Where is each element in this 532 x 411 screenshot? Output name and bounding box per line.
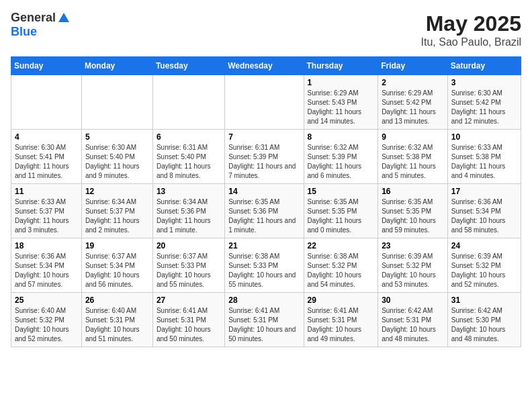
day-number: 21 <box>228 241 300 250</box>
day-number: 5 <box>85 132 149 142</box>
day-info: Sunrise: 6:38 AM Sunset: 5:33 PM Dayligh… <box>228 252 300 289</box>
calendar-cell: 20Sunrise: 6:37 AM Sunset: 5:33 PM Dayli… <box>152 238 224 293</box>
page-title: May 2025 <box>421 11 521 36</box>
day-info: Sunrise: 6:33 AM Sunset: 5:37 PM Dayligh… <box>15 197 78 235</box>
day-info: Sunrise: 6:37 AM Sunset: 5:33 PM Dayligh… <box>157 252 221 289</box>
calendar-cell: 23Sunrise: 6:39 AM Sunset: 5:32 PM Dayli… <box>378 238 448 293</box>
calendar-cell: 25Sunrise: 6:40 AM Sunset: 5:32 PM Dayli… <box>11 293 82 347</box>
calendar-cell: 26Sunrise: 6:40 AM Sunset: 5:31 PM Dayli… <box>81 293 152 347</box>
calendar-cell: 7Sunrise: 6:31 AM Sunset: 5:39 PM Daylig… <box>225 130 304 184</box>
day-info: Sunrise: 6:39 AM Sunset: 5:32 PM Dayligh… <box>451 252 517 289</box>
calendar-cell: 31Sunrise: 6:42 AM Sunset: 5:30 PM Dayli… <box>447 293 521 347</box>
page-header: General Blue May 2025 Itu, Sao Paulo, Br… <box>11 11 521 48</box>
calendar-cell <box>11 75 82 130</box>
header-day-monday: Monday <box>81 57 152 75</box>
day-number: 12 <box>85 187 149 196</box>
header-day-thursday: Thursday <box>304 57 378 75</box>
week-row-2: 4Sunrise: 6:30 AM Sunset: 5:41 PM Daylig… <box>11 130 521 184</box>
day-info: Sunrise: 6:30 AM Sunset: 5:41 PM Dayligh… <box>15 143 78 181</box>
day-number: 1 <box>308 78 375 87</box>
calendar-cell: 17Sunrise: 6:36 AM Sunset: 5:34 PM Dayli… <box>447 184 521 238</box>
day-number: 31 <box>451 295 517 305</box>
day-number: 20 <box>157 241 221 250</box>
day-info: Sunrise: 6:31 AM Sunset: 5:40 PM Dayligh… <box>157 143 221 181</box>
day-info: Sunrise: 6:29 AM Sunset: 5:43 PM Dayligh… <box>308 89 375 126</box>
day-info: Sunrise: 6:38 AM Sunset: 5:32 PM Dayligh… <box>308 252 375 289</box>
day-number: 22 <box>308 241 375 250</box>
day-number: 18 <box>15 241 78 250</box>
day-info: Sunrise: 6:41 AM Sunset: 5:31 PM Dayligh… <box>228 306 300 344</box>
calendar-cell: 14Sunrise: 6:35 AM Sunset: 5:36 PM Dayli… <box>225 184 304 238</box>
logo-arrow-icon <box>57 11 71 25</box>
day-info: Sunrise: 6:39 AM Sunset: 5:32 PM Dayligh… <box>382 252 444 289</box>
day-number: 16 <box>382 187 444 196</box>
day-number: 10 <box>451 132 517 142</box>
day-info: Sunrise: 6:36 AM Sunset: 5:34 PM Dayligh… <box>451 197 517 235</box>
calendar-cell: 5Sunrise: 6:30 AM Sunset: 5:40 PM Daylig… <box>81 130 152 184</box>
day-number: 7 <box>228 132 300 142</box>
logo-text-blue: Blue <box>11 25 37 39</box>
calendar-cell <box>152 75 224 130</box>
day-number: 27 <box>157 295 221 305</box>
day-info: Sunrise: 6:35 AM Sunset: 5:36 PM Dayligh… <box>228 197 300 235</box>
day-info: Sunrise: 6:42 AM Sunset: 5:30 PM Dayligh… <box>451 306 517 344</box>
day-number: 3 <box>451 78 517 87</box>
day-info: Sunrise: 6:34 AM Sunset: 5:36 PM Dayligh… <box>157 197 221 235</box>
calendar-cell: 22Sunrise: 6:38 AM Sunset: 5:32 PM Dayli… <box>304 238 378 293</box>
day-number: 30 <box>382 295 444 305</box>
calendar-cell: 16Sunrise: 6:35 AM Sunset: 5:35 PM Dayli… <box>378 184 448 238</box>
day-number: 14 <box>228 187 300 196</box>
calendar-cell: 18Sunrise: 6:36 AM Sunset: 5:34 PM Dayli… <box>11 238 82 293</box>
header-day-sunday: Sunday <box>11 57 82 75</box>
calendar-cell: 3Sunrise: 6:30 AM Sunset: 5:42 PM Daylig… <box>447 75 521 130</box>
calendar-cell: 11Sunrise: 6:33 AM Sunset: 5:37 PM Dayli… <box>11 184 82 238</box>
calendar-table: SundayMondayTuesdayWednesdayThursdayFrid… <box>11 56 521 347</box>
day-info: Sunrise: 6:41 AM Sunset: 5:31 PM Dayligh… <box>157 306 221 344</box>
calendar-cell: 10Sunrise: 6:33 AM Sunset: 5:38 PM Dayli… <box>447 130 521 184</box>
calendar-cell: 9Sunrise: 6:32 AM Sunset: 5:38 PM Daylig… <box>378 130 448 184</box>
title-area: May 2025 Itu, Sao Paulo, Brazil <box>421 11 521 48</box>
calendar-cell: 19Sunrise: 6:37 AM Sunset: 5:34 PM Dayli… <box>81 238 152 293</box>
day-info: Sunrise: 6:34 AM Sunset: 5:37 PM Dayligh… <box>85 197 149 235</box>
day-number: 2 <box>382 78 444 87</box>
svg-marker-0 <box>58 13 69 22</box>
page-subtitle: Itu, Sao Paulo, Brazil <box>421 36 521 48</box>
day-info: Sunrise: 6:35 AM Sunset: 5:35 PM Dayligh… <box>382 197 444 235</box>
day-info: Sunrise: 6:30 AM Sunset: 5:40 PM Dayligh… <box>85 143 149 181</box>
calendar-cell: 13Sunrise: 6:34 AM Sunset: 5:36 PM Dayli… <box>152 184 224 238</box>
day-info: Sunrise: 6:29 AM Sunset: 5:42 PM Dayligh… <box>382 89 444 126</box>
calendar-cell: 8Sunrise: 6:32 AM Sunset: 5:39 PM Daylig… <box>304 130 378 184</box>
day-info: Sunrise: 6:40 AM Sunset: 5:31 PM Dayligh… <box>85 306 149 344</box>
calendar-cell: 21Sunrise: 6:38 AM Sunset: 5:33 PM Dayli… <box>225 238 304 293</box>
calendar-cell: 4Sunrise: 6:30 AM Sunset: 5:41 PM Daylig… <box>11 130 82 184</box>
day-info: Sunrise: 6:33 AM Sunset: 5:38 PM Dayligh… <box>451 143 517 181</box>
week-row-1: 1Sunrise: 6:29 AM Sunset: 5:43 PM Daylig… <box>11 75 521 130</box>
calendar-cell: 28Sunrise: 6:41 AM Sunset: 5:31 PM Dayli… <box>225 293 304 347</box>
day-number: 24 <box>451 241 517 250</box>
day-number: 29 <box>308 295 375 305</box>
calendar-cell <box>81 75 152 130</box>
day-info: Sunrise: 6:42 AM Sunset: 5:31 PM Dayligh… <box>382 306 444 344</box>
header-day-tuesday: Tuesday <box>152 57 224 75</box>
calendar-cell: 30Sunrise: 6:42 AM Sunset: 5:31 PM Dayli… <box>378 293 448 347</box>
calendar-cell <box>225 75 304 130</box>
day-number: 19 <box>85 241 149 250</box>
logo: General Blue <box>11 11 71 39</box>
calendar-cell: 1Sunrise: 6:29 AM Sunset: 5:43 PM Daylig… <box>304 75 378 130</box>
day-info: Sunrise: 6:37 AM Sunset: 5:34 PM Dayligh… <box>85 252 149 289</box>
day-info: Sunrise: 6:41 AM Sunset: 5:31 PM Dayligh… <box>308 306 375 344</box>
header-day-saturday: Saturday <box>447 57 521 75</box>
day-info: Sunrise: 6:35 AM Sunset: 5:35 PM Dayligh… <box>308 197 375 235</box>
day-info: Sunrise: 6:36 AM Sunset: 5:34 PM Dayligh… <box>15 252 78 289</box>
calendar-cell: 6Sunrise: 6:31 AM Sunset: 5:40 PM Daylig… <box>152 130 224 184</box>
day-info: Sunrise: 6:31 AM Sunset: 5:39 PM Dayligh… <box>228 143 300 181</box>
day-number: 26 <box>85 295 149 305</box>
calendar-cell: 12Sunrise: 6:34 AM Sunset: 5:37 PM Dayli… <box>81 184 152 238</box>
day-number: 15 <box>308 187 375 196</box>
calendar-header-row: SundayMondayTuesdayWednesdayThursdayFrid… <box>11 57 521 75</box>
day-number: 17 <box>451 187 517 196</box>
calendar-cell: 24Sunrise: 6:39 AM Sunset: 5:32 PM Dayli… <box>447 238 521 293</box>
calendar-cell: 29Sunrise: 6:41 AM Sunset: 5:31 PM Dayli… <box>304 293 378 347</box>
week-row-3: 11Sunrise: 6:33 AM Sunset: 5:37 PM Dayli… <box>11 184 521 238</box>
day-number: 8 <box>308 132 375 142</box>
